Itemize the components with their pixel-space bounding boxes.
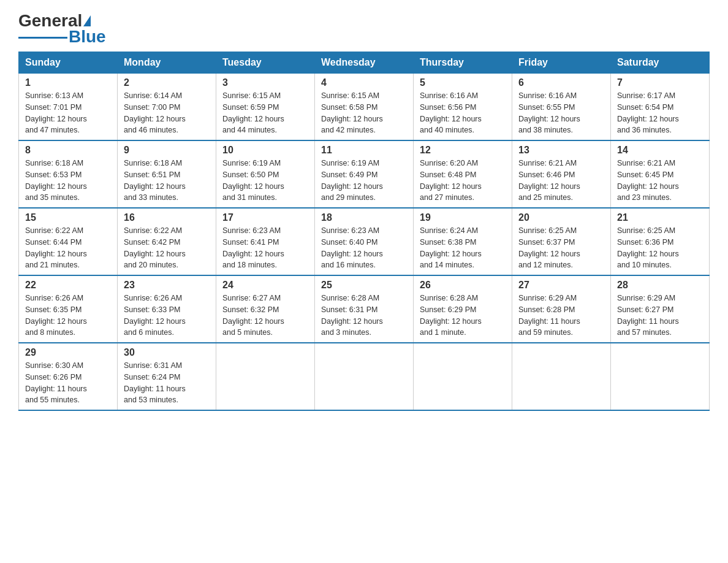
day-number: 17 xyxy=(222,212,308,223)
header-wednesday: Wednesday xyxy=(315,52,414,74)
logo-line xyxy=(18,37,67,39)
logo: General Blue xyxy=(18,12,106,45)
calendar-cell xyxy=(512,343,611,410)
day-info: Sunrise: 6:16 AMSunset: 6:55 PMDaylight:… xyxy=(518,90,604,136)
calendar-cell: 11Sunrise: 6:19 AMSunset: 6:49 PMDayligh… xyxy=(315,140,414,208)
header-tuesday: Tuesday xyxy=(216,52,315,74)
calendar-cell: 15Sunrise: 6:22 AMSunset: 6:44 PMDayligh… xyxy=(19,208,118,275)
day-info: Sunrise: 6:21 AMSunset: 6:45 PMDaylight:… xyxy=(617,158,703,204)
calendar-cell: 29Sunrise: 6:30 AMSunset: 6:26 PMDayligh… xyxy=(19,343,118,410)
day-number: 8 xyxy=(25,145,111,156)
calendar-cell: 3Sunrise: 6:15 AMSunset: 6:59 PMDaylight… xyxy=(216,74,315,141)
day-info: Sunrise: 6:18 AMSunset: 6:53 PMDaylight:… xyxy=(25,158,111,204)
day-number: 6 xyxy=(518,77,604,88)
day-info: Sunrise: 6:31 AMSunset: 6:24 PMDaylight:… xyxy=(124,360,210,406)
calendar-cell: 22Sunrise: 6:26 AMSunset: 6:35 PMDayligh… xyxy=(19,275,118,343)
calendar-cell: 16Sunrise: 6:22 AMSunset: 6:42 PMDayligh… xyxy=(118,208,216,275)
day-number: 30 xyxy=(124,347,210,358)
calendar-cell: 19Sunrise: 6:24 AMSunset: 6:38 PMDayligh… xyxy=(414,208,512,275)
calendar-cell: 20Sunrise: 6:25 AMSunset: 6:37 PMDayligh… xyxy=(512,208,611,275)
day-number: 4 xyxy=(321,77,407,88)
calendar-cell: 7Sunrise: 6:17 AMSunset: 6:54 PMDaylight… xyxy=(611,74,710,141)
calendar-cell: 18Sunrise: 6:23 AMSunset: 6:40 PMDayligh… xyxy=(315,208,414,275)
day-info: Sunrise: 6:23 AMSunset: 6:41 PMDaylight:… xyxy=(222,225,308,271)
calendar-cell: 8Sunrise: 6:18 AMSunset: 6:53 PMDaylight… xyxy=(19,140,118,208)
day-info: Sunrise: 6:28 AMSunset: 6:29 PMDaylight:… xyxy=(420,293,506,339)
calendar-cell: 27Sunrise: 6:29 AMSunset: 6:28 PMDayligh… xyxy=(512,275,611,343)
day-number: 12 xyxy=(420,145,506,156)
day-info: Sunrise: 6:18 AMSunset: 6:51 PMDaylight:… xyxy=(124,158,210,204)
calendar-cell: 10Sunrise: 6:19 AMSunset: 6:50 PMDayligh… xyxy=(216,140,315,208)
day-info: Sunrise: 6:19 AMSunset: 6:49 PMDaylight:… xyxy=(321,158,407,204)
day-info: Sunrise: 6:27 AMSunset: 6:32 PMDaylight:… xyxy=(222,293,308,339)
calendar-cell: 30Sunrise: 6:31 AMSunset: 6:24 PMDayligh… xyxy=(118,343,216,410)
day-info: Sunrise: 6:30 AMSunset: 6:26 PMDaylight:… xyxy=(25,360,111,406)
day-info: Sunrise: 6:15 AMSunset: 6:58 PMDaylight:… xyxy=(321,90,407,136)
calendar-cell: 13Sunrise: 6:21 AMSunset: 6:46 PMDayligh… xyxy=(512,140,611,208)
day-info: Sunrise: 6:14 AMSunset: 7:00 PMDaylight:… xyxy=(124,90,210,136)
day-info: Sunrise: 6:17 AMSunset: 6:54 PMDaylight:… xyxy=(617,90,703,136)
day-info: Sunrise: 6:23 AMSunset: 6:40 PMDaylight:… xyxy=(321,225,407,271)
day-number: 23 xyxy=(124,280,210,291)
logo-blue-text: Blue xyxy=(69,28,106,45)
calendar-cell: 17Sunrise: 6:23 AMSunset: 6:41 PMDayligh… xyxy=(216,208,315,275)
calendar-week-row: 29Sunrise: 6:30 AMSunset: 6:26 PMDayligh… xyxy=(19,343,710,410)
day-info: Sunrise: 6:26 AMSunset: 6:35 PMDaylight:… xyxy=(25,293,111,339)
day-number: 16 xyxy=(124,212,210,223)
calendar-cell: 23Sunrise: 6:26 AMSunset: 6:33 PMDayligh… xyxy=(118,275,216,343)
day-number: 15 xyxy=(25,212,111,223)
day-number: 26 xyxy=(420,280,506,291)
calendar-week-row: 1Sunrise: 6:13 AMSunset: 7:01 PMDaylight… xyxy=(19,74,710,141)
day-info: Sunrise: 6:19 AMSunset: 6:50 PMDaylight:… xyxy=(222,158,308,204)
calendar-header-row: SundayMondayTuesdayWednesdayThursdayFrid… xyxy=(19,52,710,74)
day-number: 22 xyxy=(25,280,111,291)
page-header: General Blue xyxy=(18,12,710,45)
calendar-cell: 9Sunrise: 6:18 AMSunset: 6:51 PMDaylight… xyxy=(118,140,216,208)
day-info: Sunrise: 6:22 AMSunset: 6:44 PMDaylight:… xyxy=(25,225,111,271)
day-info: Sunrise: 6:29 AMSunset: 6:28 PMDaylight:… xyxy=(518,293,604,339)
day-info: Sunrise: 6:29 AMSunset: 6:27 PMDaylight:… xyxy=(617,293,703,339)
day-number: 11 xyxy=(321,145,407,156)
day-info: Sunrise: 6:25 AMSunset: 6:37 PMDaylight:… xyxy=(518,225,604,271)
day-number: 1 xyxy=(25,77,111,88)
day-number: 29 xyxy=(25,347,111,358)
day-info: Sunrise: 6:22 AMSunset: 6:42 PMDaylight:… xyxy=(124,225,210,271)
day-number: 25 xyxy=(321,280,407,291)
day-info: Sunrise: 6:24 AMSunset: 6:38 PMDaylight:… xyxy=(420,225,506,271)
day-number: 5 xyxy=(420,77,506,88)
calendar-cell: 2Sunrise: 6:14 AMSunset: 7:00 PMDaylight… xyxy=(118,74,216,141)
day-number: 19 xyxy=(420,212,506,223)
day-info: Sunrise: 6:20 AMSunset: 6:48 PMDaylight:… xyxy=(420,158,506,204)
day-number: 28 xyxy=(617,280,703,291)
day-info: Sunrise: 6:15 AMSunset: 6:59 PMDaylight:… xyxy=(222,90,308,136)
calendar-cell: 12Sunrise: 6:20 AMSunset: 6:48 PMDayligh… xyxy=(414,140,512,208)
header-thursday: Thursday xyxy=(414,52,512,74)
calendar-cell xyxy=(315,343,414,410)
day-info: Sunrise: 6:28 AMSunset: 6:31 PMDaylight:… xyxy=(321,293,407,339)
calendar-cell xyxy=(414,343,512,410)
day-info: Sunrise: 6:25 AMSunset: 6:36 PMDaylight:… xyxy=(617,225,703,271)
calendar-cell xyxy=(216,343,315,410)
day-number: 9 xyxy=(124,145,210,156)
header-sunday: Sunday xyxy=(19,52,118,74)
calendar-cell: 1Sunrise: 6:13 AMSunset: 7:01 PMDaylight… xyxy=(19,74,118,141)
day-info: Sunrise: 6:13 AMSunset: 7:01 PMDaylight:… xyxy=(25,90,111,136)
calendar-cell: 24Sunrise: 6:27 AMSunset: 6:32 PMDayligh… xyxy=(216,275,315,343)
calendar-cell: 26Sunrise: 6:28 AMSunset: 6:29 PMDayligh… xyxy=(414,275,512,343)
calendar-cell: 4Sunrise: 6:15 AMSunset: 6:58 PMDaylight… xyxy=(315,74,414,141)
header-friday: Friday xyxy=(512,52,611,74)
calendar-cell: 21Sunrise: 6:25 AMSunset: 6:36 PMDayligh… xyxy=(611,208,710,275)
calendar-cell: 28Sunrise: 6:29 AMSunset: 6:27 PMDayligh… xyxy=(611,275,710,343)
day-number: 24 xyxy=(222,280,308,291)
header-monday: Monday xyxy=(118,52,216,74)
calendar-cell: 14Sunrise: 6:21 AMSunset: 6:45 PMDayligh… xyxy=(611,140,710,208)
day-number: 14 xyxy=(617,145,703,156)
day-info: Sunrise: 6:26 AMSunset: 6:33 PMDaylight:… xyxy=(124,293,210,339)
day-number: 13 xyxy=(518,145,604,156)
day-number: 10 xyxy=(222,145,308,156)
day-number: 20 xyxy=(518,212,604,223)
calendar-cell: 6Sunrise: 6:16 AMSunset: 6:55 PMDaylight… xyxy=(512,74,611,141)
day-number: 7 xyxy=(617,77,703,88)
day-number: 18 xyxy=(321,212,407,223)
calendar-cell: 25Sunrise: 6:28 AMSunset: 6:31 PMDayligh… xyxy=(315,275,414,343)
